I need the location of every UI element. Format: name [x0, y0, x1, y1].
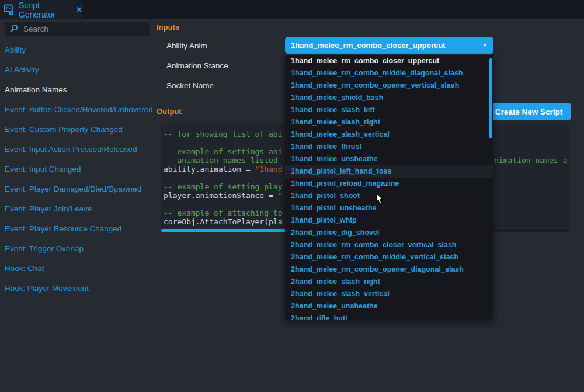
- search-input[interactable]: [22, 24, 139, 34]
- dropdown-option[interactable]: 1hand_pistol_unsheathe: [285, 202, 493, 214]
- dropdown-option[interactable]: 1hand_pistol_shoot: [285, 190, 493, 202]
- dropdown-option[interactable]: 2hand_melee_rm_combo_opener_diagonal_sla…: [285, 263, 493, 276]
- field-label-ability-anim: Ability Anim: [166, 41, 207, 50]
- dropdown-option[interactable]: 1hand_melee_rm_combo_closer_uppercut: [285, 55, 493, 67]
- sidebar-item[interactable]: Animation Names: [0, 80, 153, 100]
- sidebar-item[interactable]: Event: Trigger Overlap: [0, 239, 153, 259]
- content-area: AbilityAI ActivityAnimation NamesEvent: …: [0, 19, 584, 392]
- tab-close-icon[interactable]: ✕: [76, 5, 82, 14]
- code-lines: -- for showing list of abi -- example of…: [164, 130, 283, 226]
- field-label-animation-stance: Animation Stance: [166, 61, 228, 70]
- dropdown-option[interactable]: 1hand_pistol_whip: [285, 214, 493, 227]
- ability-anim-options-list: 1hand_melee_rm_combo_closer_uppercut1han…: [285, 55, 493, 320]
- sidebar-item[interactable]: Event: Input Action Pressed/Released: [0, 140, 153, 159]
- create-new-script-button[interactable]: Create New Script: [486, 103, 571, 120]
- sidebar-list: AbilityAI ActivityAnimation NamesEvent: …: [0, 40, 153, 299]
- dropdown-scrollbar-thumb[interactable]: [489, 58, 492, 138]
- field-label-socket-name: Socket Name: [166, 81, 214, 90]
- inputs-section-label: Inputs: [157, 23, 179, 32]
- search-icon: [9, 24, 19, 33]
- chevron-down-icon: ▼: [482, 37, 487, 54]
- dropdown-option[interactable]: 2hand_melee_slash_vertical: [285, 288, 493, 300]
- dropdown-option[interactable]: 1hand_melee_shield_bash: [285, 92, 493, 104]
- code-right-fragment: nimation names a: [494, 156, 567, 165]
- dropdown-option[interactable]: 1hand_melee_thrust: [285, 141, 493, 153]
- search-box[interactable]: [5, 21, 151, 36]
- dropdown-selected-value: 1hand_melee_rm_combo_closer_uppercut: [291, 41, 445, 50]
- dropdown-option[interactable]: 2hand_melee_rm_combo_closer_vertical_sla…: [285, 239, 493, 251]
- tab-bar: Script Generator ✕: [0, 0, 584, 19]
- sidebar-item[interactable]: AI Activity: [0, 60, 153, 80]
- tab-title: Script Generator: [19, 1, 72, 19]
- dropdown-option[interactable]: 1hand_melee_rm_combo_opener_vertical_sla…: [285, 79, 493, 92]
- dropdown-option[interactable]: 1hand_melee_unsheathe: [285, 153, 493, 165]
- sidebar-item[interactable]: Event: Button Clicked/Hovered/Unhovered: [0, 100, 153, 120]
- dropdown-option[interactable]: 2hand_melee_slash_right: [285, 276, 493, 288]
- sidebar-item[interactable]: Event: Input Changed: [0, 159, 153, 179]
- sidebar-item[interactable]: Event: Player Damaged/Died/Spawned: [0, 179, 153, 199]
- script-generator-icon: [4, 4, 15, 16]
- sidebar-item[interactable]: Hook: Chat: [0, 259, 153, 279]
- dropdown-option[interactable]: 1hand_pistol_left_hand_toss: [285, 165, 493, 178]
- options-container: 1hand_melee_rm_combo_closer_uppercut1han…: [285, 55, 493, 320]
- sidebar-item[interactable]: Event: Player Join/Leave: [0, 199, 153, 219]
- dropdown-option[interactable]: 2hand_rifle_butt: [285, 313, 493, 320]
- ability-anim-dropdown[interactable]: 1hand_melee_rm_combo_closer_uppercut ▼: [285, 37, 493, 54]
- sidebar-item[interactable]: Event: Custom Property Changed: [0, 120, 153, 140]
- sidebar-item[interactable]: Ability: [0, 40, 153, 60]
- tab-script-generator[interactable]: Script Generator ✕: [0, 0, 82, 19]
- dropdown-option[interactable]: 1hand_melee_slash_right: [285, 116, 493, 129]
- dropdown-option[interactable]: 1hand_melee_slash_vertical: [285, 129, 493, 141]
- mouse-cursor: [376, 193, 384, 205]
- sidebar-item[interactable]: Hook: Player Movement: [0, 279, 153, 299]
- sidebar-item[interactable]: Event: Player Resource Changed: [0, 219, 153, 239]
- script-generator-window: Script Generator ✕ AbilityAI ActivityAni…: [0, 0, 584, 392]
- dropdown-option[interactable]: 2hand_melee_rm_combo_middle_vertical_sla…: [285, 251, 493, 263]
- dropdown-option[interactable]: 1hand_pistol_reload_magazine: [285, 178, 493, 190]
- dropdown-option[interactable]: 1hand_melee_slash_left: [285, 104, 493, 116]
- dropdown-option[interactable]: 1hand_melee_rm_combo_middle_diagonal_sla…: [285, 67, 493, 79]
- dropdown-option[interactable]: 2hand_melee_unsheathe: [285, 300, 493, 313]
- output-section-label: Output: [157, 107, 182, 116]
- dropdown-option[interactable]: 2hand_melee_dig_shovel: [285, 227, 493, 239]
